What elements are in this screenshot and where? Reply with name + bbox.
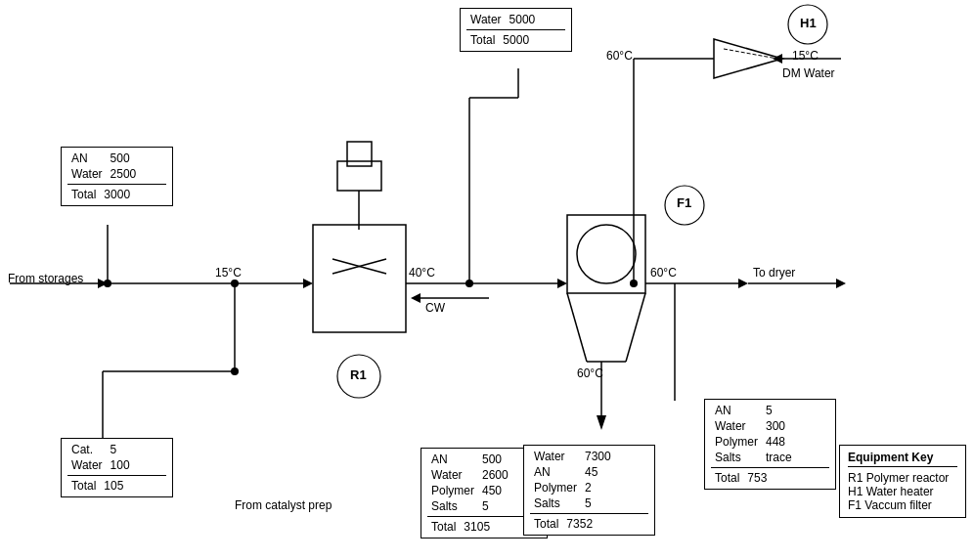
- svg-line-43: [626, 293, 645, 362]
- water-feed-water-label: Water: [466, 12, 506, 27]
- cat-water-label: Water: [67, 457, 107, 473]
- cat-water-val: 100: [107, 457, 134, 473]
- fbo-polymer-val: 2: [581, 480, 615, 495]
- r1-label: R1: [350, 367, 367, 382]
- ro-water-label: Water: [427, 467, 478, 483]
- equipment-key-box: Equipment Key R1 Polymer reactor H1 Wate…: [839, 445, 966, 518]
- svg-marker-45: [714, 39, 782, 78]
- fbo-water-val: 7300: [581, 449, 615, 464]
- fbo-polymer-label: Polymer: [530, 480, 581, 495]
- ro-water-val: 2600: [478, 467, 512, 483]
- ro-an-label: AN: [427, 452, 478, 467]
- feed-water-val: 2500: [107, 166, 141, 182]
- svg-marker-12: [738, 279, 748, 288]
- ro-polymer-label: Polymer: [427, 483, 478, 498]
- svg-line-42: [567, 293, 587, 362]
- feed-box: AN 500 Water 2500 Total 3000: [61, 147, 173, 206]
- equipment-key-h1: H1 Water heater: [848, 485, 957, 498]
- ro-salts-val: 5: [478, 498, 512, 514]
- fbo-an-label: AN: [530, 464, 581, 480]
- fto-polymer-val: 448: [762, 434, 796, 450]
- fbo-salts-label: Salts: [530, 495, 581, 511]
- svg-marker-14: [836, 279, 846, 288]
- ro-an-val: 500: [478, 452, 512, 467]
- fbo-total-val: 7352: [562, 516, 597, 532]
- from-storages-label: From storages: [8, 272, 83, 285]
- cat-total-label: Total: [67, 478, 100, 494]
- filter-top-outlet-box: AN 5 Water 300 Polymer 448 Salts trace T…: [704, 399, 836, 490]
- fbo-an-val: 45: [581, 464, 615, 480]
- fto-total-val: 753: [743, 470, 771, 486]
- cat-label: Cat.: [67, 442, 107, 457]
- fto-polymer-label: Polymer: [711, 434, 762, 450]
- cat-val: 5: [107, 442, 134, 457]
- h1-label: H1: [800, 16, 817, 30]
- water-feed-water-val: 5000: [506, 12, 540, 27]
- fbo-salts-val: 5: [581, 495, 615, 511]
- ro-salts-label: Salts: [427, 498, 478, 514]
- ro-total-val: 3105: [460, 519, 494, 535]
- fbo-water-label: Water: [530, 449, 581, 464]
- svg-marker-16: [411, 293, 421, 303]
- fto-an-val: 5: [762, 403, 796, 418]
- temp-60c-bottom-label: 60°C: [577, 366, 603, 380]
- fto-water-val: 300: [762, 418, 796, 434]
- to-dryer-label: To dryer: [753, 266, 795, 280]
- ro-total-label: Total: [427, 519, 460, 535]
- svg-rect-37: [347, 142, 372, 166]
- svg-marker-6: [303, 279, 313, 288]
- svg-point-18: [630, 280, 638, 287]
- temp-15c-left-label: 15°C: [215, 266, 242, 280]
- water-feed-box: Water 5000 Total 5000: [460, 8, 572, 52]
- feed-an-label: AN: [67, 151, 107, 166]
- svg-rect-34: [313, 225, 406, 332]
- svg-marker-10: [557, 279, 567, 288]
- fto-water-label: Water: [711, 418, 762, 434]
- svg-marker-23: [597, 415, 606, 430]
- cw-label: CW: [425, 301, 445, 315]
- ro-polymer-val: 450: [478, 483, 512, 498]
- catalyst-box: Cat. 5 Water 100 Total 105: [61, 438, 173, 497]
- equipment-key-title: Equipment Key: [848, 451, 957, 467]
- temp-15c-right-label: 15°C: [792, 49, 819, 63]
- dm-water-label: DM Water: [782, 66, 835, 80]
- filter-bottom-outlet-box: Water 7300 AN 45 Polymer 2 Salts 5 Total…: [523, 445, 655, 536]
- svg-point-50: [231, 280, 239, 287]
- fto-salts-val: trace: [762, 450, 796, 465]
- temp-40c-label: 40°C: [409, 266, 435, 280]
- f1-label: F1: [677, 195, 691, 210]
- feed-an-val: 500: [107, 151, 141, 166]
- fto-total-label: Total: [711, 470, 743, 486]
- from-catalyst-prep-label: From catalyst prep: [235, 498, 332, 512]
- cat-total-val: 105: [100, 478, 127, 494]
- equipment-key-f1: F1 Vaccum filter: [848, 498, 957, 512]
- diagram: From storages 15°C 40°C CW 60°C 15°C DM …: [0, 0, 974, 560]
- water-feed-total-label: Total: [466, 32, 499, 48]
- feed-water-label: Water: [67, 166, 107, 182]
- temp-60c-right-label: 60°C: [650, 266, 677, 280]
- equipment-key-r1: R1 Polymer reactor: [848, 471, 957, 485]
- feed-total-label: Total: [67, 187, 100, 202]
- svg-line-46: [724, 49, 777, 59]
- fto-an-label: AN: [711, 403, 762, 418]
- water-feed-total-val: 5000: [499, 32, 533, 48]
- fbo-total-label: Total: [530, 516, 562, 532]
- feed-total-val: 3000: [100, 187, 134, 202]
- temp-60c-top-label: 60°C: [606, 49, 633, 63]
- svg-point-41: [577, 225, 636, 283]
- fto-salts-label: Salts: [711, 450, 762, 465]
